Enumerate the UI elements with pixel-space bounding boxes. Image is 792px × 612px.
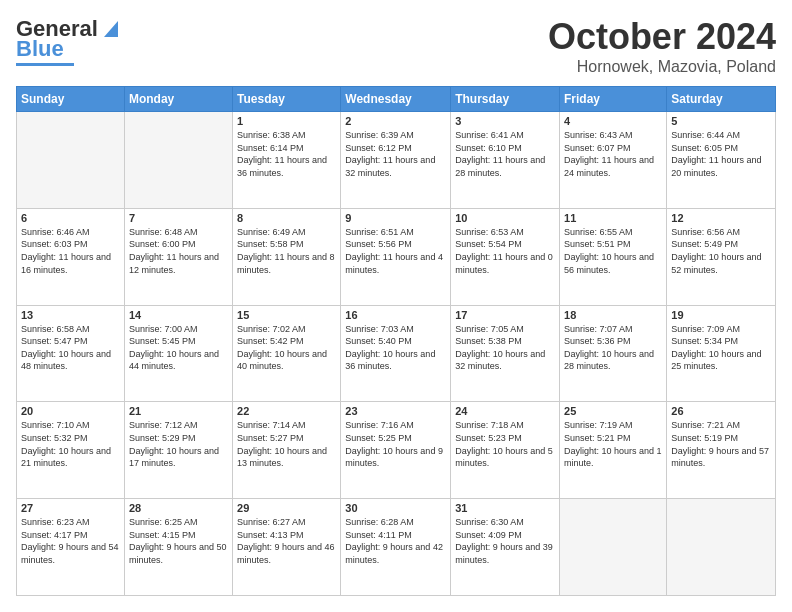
day-info: Sunrise: 7:10 AMSunset: 5:32 PMDaylight:…	[21, 419, 120, 469]
day-info: Sunrise: 6:27 AMSunset: 4:13 PMDaylight:…	[237, 516, 336, 566]
table-row: 17Sunrise: 7:05 AMSunset: 5:38 PMDayligh…	[451, 305, 560, 402]
day-number: 26	[671, 405, 771, 417]
title-section: October 2024 Hornowek, Mazovia, Poland	[548, 16, 776, 76]
header: General Blue October 2024 Hornowek, Mazo…	[16, 16, 776, 76]
day-info: Sunrise: 6:51 AMSunset: 5:56 PMDaylight:…	[345, 226, 446, 276]
calendar-week-row: 20Sunrise: 7:10 AMSunset: 5:32 PMDayligh…	[17, 402, 776, 499]
table-row: 15Sunrise: 7:02 AMSunset: 5:42 PMDayligh…	[233, 305, 341, 402]
table-row: 2Sunrise: 6:39 AMSunset: 6:12 PMDaylight…	[341, 112, 451, 209]
table-row: 16Sunrise: 7:03 AMSunset: 5:40 PMDayligh…	[341, 305, 451, 402]
table-row: 29Sunrise: 6:27 AMSunset: 4:13 PMDayligh…	[233, 499, 341, 596]
day-info: Sunrise: 6:25 AMSunset: 4:15 PMDaylight:…	[129, 516, 228, 566]
table-row: 20Sunrise: 7:10 AMSunset: 5:32 PMDayligh…	[17, 402, 125, 499]
day-number: 15	[237, 309, 336, 321]
day-info: Sunrise: 7:00 AMSunset: 5:45 PMDaylight:…	[129, 323, 228, 373]
day-number: 8	[237, 212, 336, 224]
svg-marker-0	[104, 21, 118, 37]
table-row: 24Sunrise: 7:18 AMSunset: 5:23 PMDayligh…	[451, 402, 560, 499]
day-info: Sunrise: 6:49 AMSunset: 5:58 PMDaylight:…	[237, 226, 336, 276]
logo-blue: Blue	[16, 36, 64, 62]
calendar-header-row: Sunday Monday Tuesday Wednesday Thursday…	[17, 87, 776, 112]
day-info: Sunrise: 7:07 AMSunset: 5:36 PMDaylight:…	[564, 323, 662, 373]
day-info: Sunrise: 6:55 AMSunset: 5:51 PMDaylight:…	[564, 226, 662, 276]
day-info: Sunrise: 7:21 AMSunset: 5:19 PMDaylight:…	[671, 419, 771, 469]
day-number: 7	[129, 212, 228, 224]
col-thursday: Thursday	[451, 87, 560, 112]
day-number: 11	[564, 212, 662, 224]
table-row: 22Sunrise: 7:14 AMSunset: 5:27 PMDayligh…	[233, 402, 341, 499]
day-number: 19	[671, 309, 771, 321]
day-number: 5	[671, 115, 771, 127]
table-row	[17, 112, 125, 209]
table-row: 7Sunrise: 6:48 AMSunset: 6:00 PMDaylight…	[124, 208, 232, 305]
table-row: 1Sunrise: 6:38 AMSunset: 6:14 PMDaylight…	[233, 112, 341, 209]
col-friday: Friday	[560, 87, 667, 112]
table-row: 30Sunrise: 6:28 AMSunset: 4:11 PMDayligh…	[341, 499, 451, 596]
day-info: Sunrise: 6:30 AMSunset: 4:09 PMDaylight:…	[455, 516, 555, 566]
calendar-week-row: 1Sunrise: 6:38 AMSunset: 6:14 PMDaylight…	[17, 112, 776, 209]
day-number: 28	[129, 502, 228, 514]
day-info: Sunrise: 6:39 AMSunset: 6:12 PMDaylight:…	[345, 129, 446, 179]
table-row	[667, 499, 776, 596]
day-info: Sunrise: 7:14 AMSunset: 5:27 PMDaylight:…	[237, 419, 336, 469]
col-wednesday: Wednesday	[341, 87, 451, 112]
table-row: 13Sunrise: 6:58 AMSunset: 5:47 PMDayligh…	[17, 305, 125, 402]
day-info: Sunrise: 6:46 AMSunset: 6:03 PMDaylight:…	[21, 226, 120, 276]
table-row: 27Sunrise: 6:23 AMSunset: 4:17 PMDayligh…	[17, 499, 125, 596]
table-row: 21Sunrise: 7:12 AMSunset: 5:29 PMDayligh…	[124, 402, 232, 499]
table-row: 12Sunrise: 6:56 AMSunset: 5:49 PMDayligh…	[667, 208, 776, 305]
table-row: 10Sunrise: 6:53 AMSunset: 5:54 PMDayligh…	[451, 208, 560, 305]
day-number: 14	[129, 309, 228, 321]
day-number: 29	[237, 502, 336, 514]
day-number: 2	[345, 115, 446, 127]
day-number: 1	[237, 115, 336, 127]
day-number: 12	[671, 212, 771, 224]
day-number: 21	[129, 405, 228, 417]
day-number: 6	[21, 212, 120, 224]
table-row: 8Sunrise: 6:49 AMSunset: 5:58 PMDaylight…	[233, 208, 341, 305]
day-info: Sunrise: 6:43 AMSunset: 6:07 PMDaylight:…	[564, 129, 662, 179]
location: Hornowek, Mazovia, Poland	[548, 58, 776, 76]
table-row: 19Sunrise: 7:09 AMSunset: 5:34 PMDayligh…	[667, 305, 776, 402]
day-info: Sunrise: 6:28 AMSunset: 4:11 PMDaylight:…	[345, 516, 446, 566]
calendar: Sunday Monday Tuesday Wednesday Thursday…	[16, 86, 776, 596]
table-row: 25Sunrise: 7:19 AMSunset: 5:21 PMDayligh…	[560, 402, 667, 499]
day-info: Sunrise: 6:53 AMSunset: 5:54 PMDaylight:…	[455, 226, 555, 276]
day-info: Sunrise: 7:09 AMSunset: 5:34 PMDaylight:…	[671, 323, 771, 373]
day-info: Sunrise: 6:44 AMSunset: 6:05 PMDaylight:…	[671, 129, 771, 179]
logo-underline	[16, 63, 74, 66]
col-sunday: Sunday	[17, 87, 125, 112]
table-row: 14Sunrise: 7:00 AMSunset: 5:45 PMDayligh…	[124, 305, 232, 402]
day-number: 20	[21, 405, 120, 417]
day-number: 13	[21, 309, 120, 321]
day-number: 31	[455, 502, 555, 514]
month-title: October 2024	[548, 16, 776, 58]
day-number: 27	[21, 502, 120, 514]
day-number: 4	[564, 115, 662, 127]
table-row: 18Sunrise: 7:07 AMSunset: 5:36 PMDayligh…	[560, 305, 667, 402]
table-row	[124, 112, 232, 209]
day-info: Sunrise: 6:48 AMSunset: 6:00 PMDaylight:…	[129, 226, 228, 276]
table-row: 3Sunrise: 6:41 AMSunset: 6:10 PMDaylight…	[451, 112, 560, 209]
calendar-week-row: 13Sunrise: 6:58 AMSunset: 5:47 PMDayligh…	[17, 305, 776, 402]
table-row: 6Sunrise: 6:46 AMSunset: 6:03 PMDaylight…	[17, 208, 125, 305]
calendar-week-row: 27Sunrise: 6:23 AMSunset: 4:17 PMDayligh…	[17, 499, 776, 596]
day-number: 25	[564, 405, 662, 417]
day-info: Sunrise: 7:03 AMSunset: 5:40 PMDaylight:…	[345, 323, 446, 373]
table-row: 31Sunrise: 6:30 AMSunset: 4:09 PMDayligh…	[451, 499, 560, 596]
table-row: 23Sunrise: 7:16 AMSunset: 5:25 PMDayligh…	[341, 402, 451, 499]
calendar-week-row: 6Sunrise: 6:46 AMSunset: 6:03 PMDaylight…	[17, 208, 776, 305]
day-info: Sunrise: 6:58 AMSunset: 5:47 PMDaylight:…	[21, 323, 120, 373]
day-info: Sunrise: 6:23 AMSunset: 4:17 PMDaylight:…	[21, 516, 120, 566]
day-number: 17	[455, 309, 555, 321]
page: General Blue October 2024 Hornowek, Mazo…	[0, 0, 792, 612]
table-row: 11Sunrise: 6:55 AMSunset: 5:51 PMDayligh…	[560, 208, 667, 305]
table-row: 9Sunrise: 6:51 AMSunset: 5:56 PMDaylight…	[341, 208, 451, 305]
day-number: 16	[345, 309, 446, 321]
table-row: 5Sunrise: 6:44 AMSunset: 6:05 PMDaylight…	[667, 112, 776, 209]
logo-icon	[100, 17, 122, 39]
day-number: 10	[455, 212, 555, 224]
day-number: 18	[564, 309, 662, 321]
table-row: 28Sunrise: 6:25 AMSunset: 4:15 PMDayligh…	[124, 499, 232, 596]
day-number: 23	[345, 405, 446, 417]
